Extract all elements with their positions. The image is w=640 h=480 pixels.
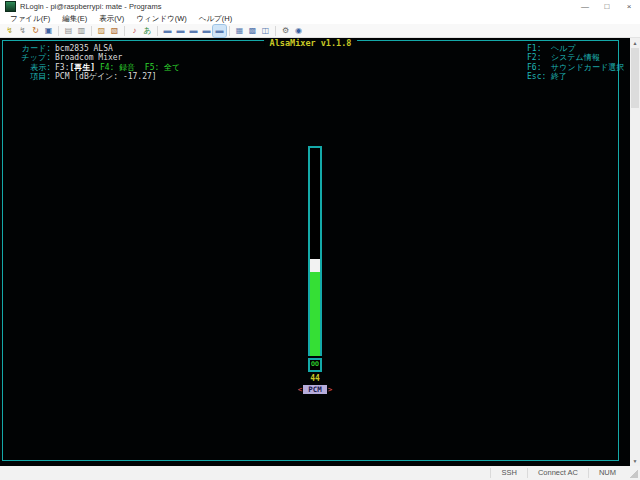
terminal-scrollbar[interactable]: ▲ ▼	[630, 38, 640, 466]
toolbar-separator	[91, 26, 92, 36]
new-window-icon[interactable]: ▤	[62, 25, 75, 37]
status-connection: Connect AC	[527, 468, 588, 478]
status-numlock: NUM	[588, 468, 626, 478]
help-key-f6: F6:	[527, 63, 551, 72]
help-label-f1: ヘルプ	[551, 44, 576, 53]
view-selected-mode: [再生]	[69, 63, 95, 72]
maximize-button[interactable]: □	[596, 0, 618, 13]
scroll-up-icon[interactable]: ▲	[630, 38, 640, 48]
kanji-mode-icon[interactable]: あ	[141, 25, 154, 37]
status-protocol: SSH	[490, 468, 526, 478]
next-control-arrow: >	[327, 385, 334, 394]
app-window: RLogin - pi@raspberrypi: mate - Programs…	[0, 0, 640, 480]
help-row-f2: F2: システム情報	[527, 53, 624, 62]
menu-edit[interactable]: 編集(E)	[56, 14, 93, 24]
screen-size-2-icon[interactable]: ▬	[174, 25, 187, 37]
close-button[interactable]: ×	[618, 0, 640, 13]
rlogin-app-icon	[5, 1, 16, 12]
quick-connect-icon[interactable]: ↯	[16, 25, 29, 37]
screen-size-5-icon[interactable]: ▬	[213, 25, 226, 37]
help-row-esc: Esc: 終了	[527, 72, 624, 81]
card-row: カード: bcm2835 ALSA	[7, 44, 180, 53]
screen-size-3-icon[interactable]: ▬	[187, 25, 200, 37]
volume-bar-fill	[310, 259, 320, 356]
minimize-button[interactable]: —	[574, 0, 596, 13]
terminal-screen[interactable]: AlsaMixer v1.1.8 カード: bcm2835 ALSA チップ: …	[0, 38, 630, 466]
menu-view[interactable]: 表示(V)	[93, 14, 130, 24]
selected-control-name: PCM	[303, 385, 327, 394]
window-title: RLogin - pi@raspberrypi: mate - Programs	[20, 2, 574, 11]
view-other-modes: F4: 録音 F5: 全て	[95, 63, 180, 72]
help-icon[interactable]: ◉	[292, 25, 305, 37]
tile-windows-icon[interactable]: ▦	[233, 25, 246, 37]
volume-fill-green-segment	[310, 272, 320, 356]
screen-size-1-icon[interactable]: ▬	[161, 25, 174, 37]
mixer-help-block: F1: ヘルプ F2: システム情報 F6: サウンドカード選択 Esc: 終了	[527, 44, 624, 82]
chip-value: Broadcom Mixer	[55, 53, 122, 62]
mute-indicator: OO	[308, 358, 322, 372]
item-label: 項目:	[7, 72, 51, 81]
alsamixer-title: AlsaMixer v1.1.8	[264, 39, 358, 48]
help-label-esc: 終了	[551, 72, 567, 81]
help-key-esc: Esc:	[527, 72, 551, 81]
connect-icon[interactable]: ↯	[3, 25, 16, 37]
menu-bar: ファイル(F) 編集(E) 表示(V) ウィンドウ(W) ヘルプ(H)	[0, 13, 640, 24]
screen-size-4-icon[interactable]: ▬	[200, 25, 213, 37]
chip-label: チップ:	[7, 53, 51, 62]
duplicate-window-icon[interactable]: ▥	[75, 25, 88, 37]
scrollbar-thumb[interactable]	[631, 48, 639, 108]
toolbar-separator	[275, 26, 276, 36]
help-label-f6: サウンドカード選択	[551, 63, 624, 72]
status-bar: SSH Connect AC NUM	[0, 466, 640, 480]
menu-help[interactable]: ヘルプ(H)	[193, 14, 238, 24]
item-value: PCM [dBゲイン: -17.27]	[55, 72, 157, 81]
help-key-f1: F1:	[527, 44, 551, 53]
card-value: bcm2835 ALSA	[55, 44, 113, 53]
view-row: 表示: F3:[再生] F4: 録音 F5: 全て	[7, 63, 180, 72]
mixer-info-block: カード: bcm2835 ALSA チップ: Broadcom Mixer 表示…	[7, 44, 180, 82]
title-bar: RLogin - pi@raspberrypi: mate - Programs…	[0, 0, 640, 14]
reconnect-icon[interactable]: ↻	[29, 25, 42, 37]
copy-icon[interactable]: ▨	[95, 25, 108, 37]
settings-gear-icon[interactable]: ⚙	[279, 25, 292, 37]
help-key-f2: F2:	[527, 53, 551, 62]
alsamixer-border-box: AlsaMixer v1.1.8 カード: bcm2835 ALSA チップ: …	[2, 40, 619, 461]
resize-grip[interactable]	[626, 466, 640, 480]
help-label-f2: システム情報	[551, 53, 600, 62]
chip-row: チップ: Broadcom Mixer	[7, 53, 180, 62]
card-label: カード:	[7, 44, 51, 53]
toolbar-separator	[229, 26, 230, 36]
view-label: 表示:	[7, 63, 51, 72]
toolbar-separator	[157, 26, 158, 36]
paste-icon[interactable]: ▧	[108, 25, 121, 37]
volume-bar	[308, 146, 322, 356]
cascade-windows-icon[interactable]: ▩	[246, 25, 259, 37]
menu-file[interactable]: ファイル(F)	[4, 14, 56, 24]
volume-percent: 44	[295, 374, 335, 383]
selected-control-row: < PCM >	[291, 385, 339, 394]
volume-fill-white-segment	[310, 259, 320, 272]
item-row-info: 項目: PCM [dBゲイン: -17.27]	[7, 72, 180, 81]
menu-window[interactable]: ウィンドウ(W)	[130, 14, 192, 24]
split-window-icon[interactable]: ◫	[259, 25, 272, 37]
toolbar-separator	[124, 26, 125, 36]
toolbar: ↯↯↻▣▤▥▨▧♪あ▬▬▬▬▬▦▩◫⚙◉	[0, 24, 640, 38]
view-f3-key: F3:	[55, 63, 69, 72]
help-row-f6: F6: サウンドカード選択	[527, 63, 624, 72]
bell-icon[interactable]: ♪	[128, 25, 141, 37]
toolbar-separator	[58, 26, 59, 36]
scroll-down-icon[interactable]: ▼	[630, 456, 640, 466]
help-row-f1: F1: ヘルプ	[527, 44, 624, 53]
save-icon[interactable]: ▣	[42, 25, 55, 37]
